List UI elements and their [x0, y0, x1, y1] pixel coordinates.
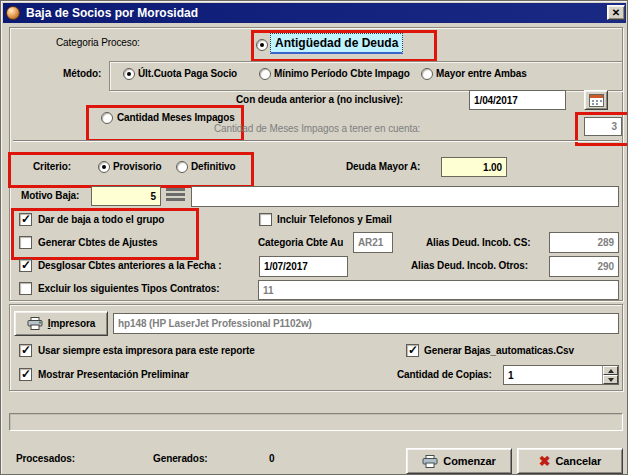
title-bar: Baja de Socios por Morosidad [3, 3, 626, 23]
calendar-icon [589, 94, 604, 107]
calendar-button[interactable] [584, 90, 608, 110]
cancel-icon: ✖ [539, 454, 551, 468]
excluir-label[interactable]: Excluir los siguientes Tipos Contratos: [38, 283, 220, 294]
desglosar-checkbox[interactable] [19, 259, 32, 272]
categoria-proceso-value[interactable]: Antigüedad de Deuda [270, 33, 403, 54]
close-icon: ✕ [612, 8, 620, 18]
procesados-label: Procesados: [16, 453, 75, 464]
copias-spin-buttons [602, 366, 618, 384]
alias-otros-label: Alias Deud. Incob. Otros: [411, 260, 528, 271]
mostrar-prelim-label[interactable]: Mostrar Presentación Preliminar [38, 369, 189, 380]
impresora-button-label: Impresora [48, 318, 95, 329]
cantidad-meses-radio[interactable] [101, 112, 113, 124]
incluir-telefonos-checkbox[interactable] [259, 213, 272, 226]
app-icon [6, 6, 20, 20]
dialog-window: Baja de Socios por Morosidad ✕ Categoria… [0, 0, 628, 475]
printer-name-field: hp148 (HP LaserJet Professional P1102w) [113, 313, 619, 334]
comenzar-button[interactable]: Comenzar [406, 448, 512, 474]
categoria-proceso-label: Categoria Proceso: [56, 37, 140, 48]
metodo-radio-minimo-periodo[interactable] [259, 68, 271, 80]
arrow-down-icon [608, 378, 614, 382]
copias-value[interactable]: 1 [504, 366, 602, 384]
excluir-field: 11 [258, 280, 619, 300]
criterio-radio-definitivo-label[interactable]: Definitivo [191, 161, 236, 172]
deuda-mayor-field[interactable]: 1.00 [441, 157, 507, 177]
close-button[interactable]: ✕ [607, 5, 625, 20]
generar-csv-checkbox[interactable] [406, 344, 419, 357]
criterio-label: Criterio: [33, 161, 71, 172]
generar-csv-label[interactable]: Generar Bajas_automaticas.Csv [424, 345, 574, 356]
printer-icon [27, 317, 43, 330]
criterio-radio-provisorio-label[interactable]: Provisorio [113, 161, 161, 172]
motivo-baja-desc-field[interactable] [191, 186, 619, 207]
dar-baja-label[interactable]: Dar de baja a todo el grupo [38, 214, 164, 225]
cancelar-button[interactable]: ✖ Cancelar [517, 448, 623, 474]
cantidad-meses-radio-label[interactable]: Cantidad Meses Impagos [117, 112, 235, 123]
arrow-up-icon [608, 369, 614, 373]
motivo-baja-code-field[interactable]: 5 [91, 186, 161, 206]
metodo-radio-minimo-periodo-label[interactable]: Mínimo Período Cbte Impago [274, 68, 410, 79]
criterio-radio-provisorio[interactable] [98, 161, 110, 173]
window-title: Baja de Socios por Morosidad [26, 6, 198, 20]
deuda-mayor-label: Deuda Mayor A: [346, 161, 420, 172]
alias-otros-field: 290 [549, 256, 619, 277]
separator [13, 140, 619, 142]
incluir-telefonos-label[interactable]: Incluir Telefonos y Email [277, 214, 392, 225]
cantidad-meses-field: 3 [584, 117, 622, 136]
metodo-label: Método: [63, 68, 101, 79]
desglosar-date-field[interactable]: 1/07/2017 [259, 256, 348, 277]
usar-siempre-checkbox[interactable] [19, 344, 32, 357]
printer-icon [422, 455, 438, 468]
motivo-baja-label: Motivo Baja: [21, 190, 79, 201]
metodo-radio-ult-cuota-label[interactable]: Últ.Cuota Paga Socio [138, 68, 237, 79]
categoria-cbte-field: AR21 [353, 232, 393, 253]
generados-label: Generados: [153, 453, 208, 464]
mostrar-prelim-checkbox[interactable] [19, 368, 32, 381]
con-deuda-label: Con deuda anterior a (no inclusive): [236, 94, 403, 105]
usar-siempre-label[interactable]: Usar siempre esta impresora para este re… [38, 345, 255, 356]
generados-value: 0 [269, 453, 274, 464]
alias-cs-label: Alias Deud. Incob. CS: [426, 237, 530, 248]
cantidad-meses-field-label: Cantidad de Meses Impagos a tener en cue… [214, 123, 420, 134]
alias-cs-field: 289 [549, 232, 619, 253]
excluir-checkbox[interactable] [19, 282, 32, 295]
copias-label: Cantidad de Copias: [397, 369, 492, 380]
copias-spinner[interactable]: 1 [503, 365, 619, 385]
impresora-button[interactable]: Impresora [14, 311, 108, 336]
comenzar-button-label: Comenzar [443, 455, 495, 467]
generar-cbtes-checkbox[interactable] [19, 236, 32, 249]
motivo-baja-lookup-button[interactable] [166, 188, 185, 203]
cancelar-button-label: Cancelar [555, 455, 601, 467]
categoria-proceso-radio[interactable] [256, 39, 268, 51]
spin-down-button[interactable] [603, 375, 618, 384]
progress-panel [9, 413, 623, 431]
desglosar-label[interactable]: Desglosar Cbtes anteriores a la Fecha : [38, 260, 221, 271]
metodo-radio-ult-cuota[interactable] [123, 68, 135, 80]
dar-baja-checkbox[interactable] [19, 213, 32, 226]
categoria-cbte-label: Categoria Cbte Au [258, 237, 343, 248]
metodo-radio-mayor-ambas-label[interactable]: Mayor entre Ambas [436, 68, 527, 79]
criterio-radio-definitivo[interactable] [176, 161, 188, 173]
generar-cbtes-label[interactable]: Generar Cbtes de Ajustes [38, 237, 158, 248]
con-deuda-date-field[interactable]: 1/04/2017 [469, 90, 566, 110]
spin-up-button[interactable] [603, 366, 618, 375]
metodo-radio-mayor-ambas[interactable] [421, 68, 433, 80]
